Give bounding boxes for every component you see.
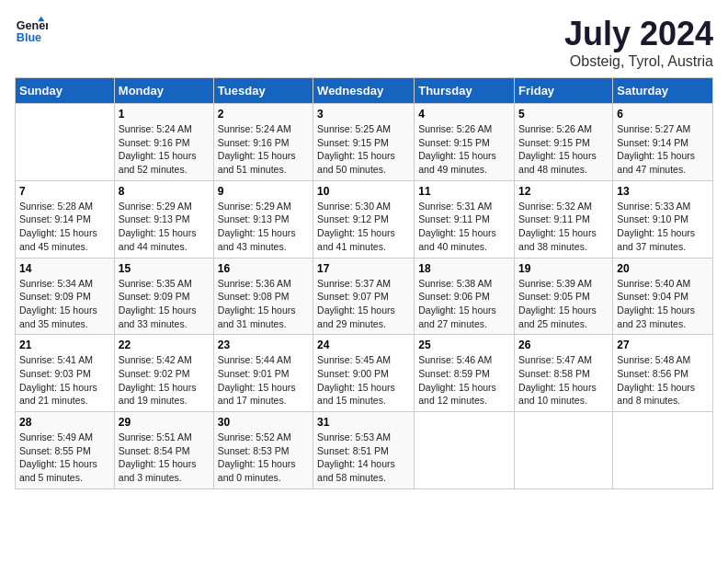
day-info: Sunrise: 5:27 AM Sunset: 9:14 PM Dayligh… — [617, 122, 709, 177]
day-of-week-header: Monday — [114, 78, 213, 104]
day-of-week-header: Wednesday — [313, 78, 415, 104]
calendar-cell: 13Sunrise: 5:33 AM Sunset: 9:10 PM Dayli… — [613, 180, 713, 258]
day-of-week-header: Tuesday — [213, 78, 313, 104]
day-info: Sunrise: 5:48 AM Sunset: 8:56 PM Dayligh… — [617, 353, 709, 408]
day-number: 18 — [418, 262, 510, 275]
day-info: Sunrise: 5:34 AM Sunset: 9:09 PM Dayligh… — [19, 277, 110, 331]
day-number: 24 — [317, 339, 410, 351]
calendar-cell: 10Sunrise: 5:30 AM Sunset: 9:12 PM Dayli… — [313, 180, 415, 258]
calendar-cell: 1Sunrise: 5:24 AM Sunset: 9:16 PM Daylig… — [114, 104, 213, 181]
day-number: 31 — [317, 416, 410, 429]
calendar-cell: 12Sunrise: 5:32 AM Sunset: 9:11 PM Dayli… — [515, 180, 613, 258]
calendar-cell: 8Sunrise: 5:29 AM Sunset: 9:13 PM Daylig… — [114, 180, 213, 258]
day-number: 7 — [19, 185, 110, 198]
day-number: 22 — [119, 339, 210, 351]
calendar-cell — [515, 412, 613, 489]
calendar-cell: 18Sunrise: 5:38 AM Sunset: 9:06 PM Dayli… — [415, 258, 515, 335]
day-info: Sunrise: 5:37 AM Sunset: 9:07 PM Dayligh… — [317, 277, 410, 331]
day-info: Sunrise: 5:33 AM Sunset: 9:10 PM Dayligh… — [617, 200, 709, 254]
day-info: Sunrise: 5:29 AM Sunset: 9:13 PM Dayligh… — [218, 200, 309, 254]
calendar-cell: 7Sunrise: 5:28 AM Sunset: 9:14 PM Daylig… — [16, 180, 115, 258]
day-number: 9 — [218, 185, 309, 198]
day-number: 17 — [317, 262, 410, 275]
logo-icon: General Blue — [15, 15, 48, 48]
day-info: Sunrise: 5:24 AM Sunset: 9:16 PM Dayligh… — [119, 122, 210, 177]
day-number: 13 — [617, 185, 709, 198]
day-info: Sunrise: 5:38 AM Sunset: 9:06 PM Dayligh… — [418, 277, 510, 331]
day-number: 10 — [317, 185, 410, 198]
day-of-week-header: Thursday — [415, 78, 515, 104]
day-number: 4 — [418, 108, 510, 121]
calendar-cell: 11Sunrise: 5:31 AM Sunset: 9:11 PM Dayli… — [415, 180, 515, 258]
day-info: Sunrise: 5:41 AM Sunset: 9:03 PM Dayligh… — [19, 353, 110, 408]
calendar-cell: 9Sunrise: 5:29 AM Sunset: 9:13 PM Daylig… — [213, 180, 313, 258]
day-number: 28 — [19, 416, 110, 429]
calendar-cell: 14Sunrise: 5:34 AM Sunset: 9:09 PM Dayli… — [16, 258, 115, 335]
calendar-week-row: 7Sunrise: 5:28 AM Sunset: 9:14 PM Daylig… — [16, 180, 713, 258]
svg-text:Blue: Blue — [17, 31, 41, 44]
calendar-cell: 4Sunrise: 5:26 AM Sunset: 9:15 PM Daylig… — [415, 104, 515, 181]
day-number: 3 — [317, 108, 410, 121]
day-info: Sunrise: 5:52 AM Sunset: 8:53 PM Dayligh… — [218, 431, 309, 485]
calendar-week-row: 28Sunrise: 5:49 AM Sunset: 8:55 PM Dayli… — [16, 412, 713, 489]
day-info: Sunrise: 5:29 AM Sunset: 9:13 PM Dayligh… — [119, 200, 210, 254]
calendar-cell: 3Sunrise: 5:25 AM Sunset: 9:15 PM Daylig… — [313, 104, 415, 181]
day-info: Sunrise: 5:46 AM Sunset: 8:59 PM Dayligh… — [418, 353, 510, 408]
day-info: Sunrise: 5:25 AM Sunset: 9:15 PM Dayligh… — [317, 122, 410, 177]
calendar-cell — [415, 412, 515, 489]
calendar-cell: 26Sunrise: 5:47 AM Sunset: 8:58 PM Dayli… — [515, 335, 613, 412]
day-info: Sunrise: 5:42 AM Sunset: 9:02 PM Dayligh… — [119, 353, 210, 408]
day-number: 25 — [418, 339, 510, 351]
day-info: Sunrise: 5:32 AM Sunset: 9:11 PM Dayligh… — [518, 200, 609, 254]
calendar-cell: 19Sunrise: 5:39 AM Sunset: 9:05 PM Dayli… — [515, 258, 613, 335]
calendar-cell: 2Sunrise: 5:24 AM Sunset: 9:16 PM Daylig… — [213, 104, 313, 181]
day-info: Sunrise: 5:45 AM Sunset: 9:00 PM Dayligh… — [317, 353, 410, 408]
day-number: 20 — [617, 262, 709, 275]
day-info: Sunrise: 5:49 AM Sunset: 8:55 PM Dayligh… — [19, 431, 110, 485]
calendar-cell: 30Sunrise: 5:52 AM Sunset: 8:53 PM Dayli… — [213, 412, 313, 489]
day-info: Sunrise: 5:26 AM Sunset: 9:15 PM Dayligh… — [418, 122, 510, 177]
day-info: Sunrise: 5:40 AM Sunset: 9:04 PM Dayligh… — [617, 277, 709, 331]
page-header: General Blue July 2024 Obsteig, Tyrol, A… — [15, 15, 713, 70]
day-number: 19 — [518, 262, 609, 275]
calendar-week-row: 14Sunrise: 5:34 AM Sunset: 9:09 PM Dayli… — [16, 258, 713, 335]
day-info: Sunrise: 5:44 AM Sunset: 9:01 PM Dayligh… — [218, 353, 309, 408]
day-of-week-header: Saturday — [613, 78, 713, 104]
day-info: Sunrise: 5:31 AM Sunset: 9:11 PM Dayligh… — [418, 200, 510, 254]
day-number: 30 — [218, 416, 309, 429]
calendar-cell — [613, 412, 713, 489]
calendar-cell: 21Sunrise: 5:41 AM Sunset: 9:03 PM Dayli… — [16, 335, 115, 412]
logo: General Blue — [15, 15, 48, 48]
title-area: July 2024 Obsteig, Tyrol, Austria — [564, 15, 713, 70]
calendar-cell: 24Sunrise: 5:45 AM Sunset: 9:00 PM Dayli… — [313, 335, 415, 412]
calendar-cell: 15Sunrise: 5:35 AM Sunset: 9:09 PM Dayli… — [114, 258, 213, 335]
day-number: 5 — [518, 108, 609, 121]
day-number: 15 — [119, 262, 210, 275]
calendar-cell: 5Sunrise: 5:26 AM Sunset: 9:15 PM Daylig… — [515, 104, 613, 181]
day-number: 21 — [19, 339, 110, 351]
day-of-week-header: Sunday — [16, 78, 115, 104]
calendar-cell: 29Sunrise: 5:51 AM Sunset: 8:54 PM Dayli… — [114, 412, 213, 489]
day-number: 29 — [119, 416, 210, 429]
page-subtitle: Obsteig, Tyrol, Austria — [564, 53, 713, 70]
day-of-week-header: Friday — [515, 78, 613, 104]
day-number: 12 — [518, 185, 609, 198]
day-number: 26 — [518, 339, 609, 351]
day-number: 8 — [119, 185, 210, 198]
day-info: Sunrise: 5:30 AM Sunset: 9:12 PM Dayligh… — [317, 200, 410, 254]
day-info: Sunrise: 5:36 AM Sunset: 9:08 PM Dayligh… — [218, 277, 309, 331]
day-number: 1 — [119, 108, 210, 121]
calendar-cell: 22Sunrise: 5:42 AM Sunset: 9:02 PM Dayli… — [114, 335, 213, 412]
day-number: 23 — [218, 339, 309, 351]
day-info: Sunrise: 5:24 AM Sunset: 9:16 PM Dayligh… — [218, 122, 309, 177]
day-info: Sunrise: 5:51 AM Sunset: 8:54 PM Dayligh… — [119, 431, 210, 485]
calendar-cell: 6Sunrise: 5:27 AM Sunset: 9:14 PM Daylig… — [613, 104, 713, 181]
calendar-cell: 16Sunrise: 5:36 AM Sunset: 9:08 PM Dayli… — [213, 258, 313, 335]
day-number: 6 — [617, 108, 709, 121]
day-info: Sunrise: 5:53 AM Sunset: 8:51 PM Dayligh… — [317, 431, 410, 485]
calendar-cell: 17Sunrise: 5:37 AM Sunset: 9:07 PM Dayli… — [313, 258, 415, 335]
page-title: July 2024 — [564, 15, 713, 53]
day-number: 14 — [19, 262, 110, 275]
day-number: 16 — [218, 262, 309, 275]
calendar-cell: 31Sunrise: 5:53 AM Sunset: 8:51 PM Dayli… — [313, 412, 415, 489]
